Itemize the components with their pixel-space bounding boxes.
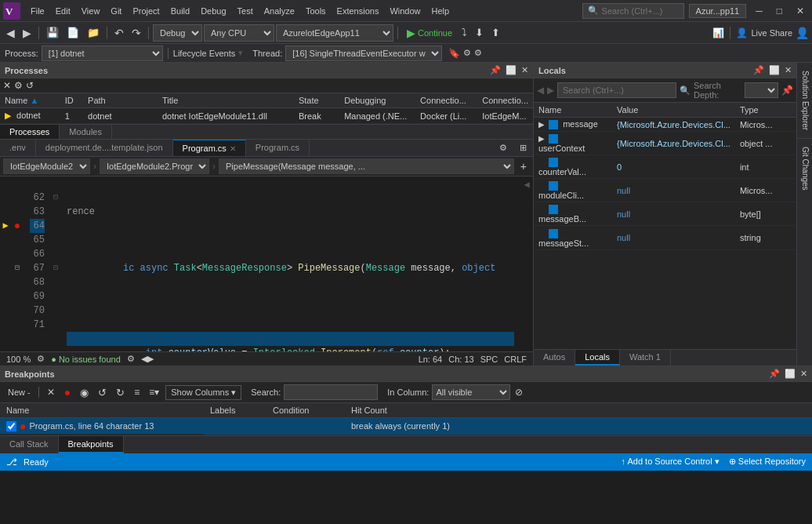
locals-pin-search-button[interactable]: 📌 bbox=[781, 85, 793, 96]
locals-row-usercontext[interactable]: ▶ userContext {Microsoft.Azure.Devices.C… bbox=[534, 132, 796, 155]
bp-pin-icon[interactable]: 📌 bbox=[769, 369, 780, 379]
class-dropdown[interactable]: IotEdgeModule2.Program bbox=[100, 158, 209, 174]
zoom-settings-icon[interactable]: ⚙ bbox=[37, 354, 45, 364]
tab-program-active[interactable]: Program.cs ✕ bbox=[173, 140, 246, 156]
bottom-tab-breakpoints[interactable]: Breakpoints bbox=[59, 436, 124, 453]
col-id-header[interactable]: ID bbox=[60, 93, 83, 108]
menu-view[interactable]: View bbox=[76, 3, 106, 19]
module-dropdown[interactable]: IotEdgeModule2 bbox=[3, 158, 90, 174]
select-repository-button[interactable]: ⊕ Select Repository bbox=[729, 457, 806, 467]
step-out-button[interactable]: ⬆ bbox=[488, 25, 503, 40]
live-share-label[interactable]: Live Share bbox=[751, 28, 792, 38]
close-button[interactable]: ✕ bbox=[792, 4, 809, 18]
bp-search-input[interactable] bbox=[284, 384, 378, 400]
open-button[interactable]: 📁 bbox=[84, 25, 103, 40]
build-settings-icon[interactable]: ⚙ bbox=[127, 354, 135, 364]
list-view-button[interactable]: ≡ bbox=[131, 385, 143, 399]
show-columns-button[interactable]: Show Columns ▾ bbox=[165, 385, 241, 400]
delete-bp-button[interactable]: ✕ bbox=[44, 385, 58, 399]
lifecycle-button[interactable]: Lifecycle Events bbox=[173, 49, 235, 58]
locals-row-messagest[interactable]: ▶ messageSt... null string bbox=[534, 226, 796, 249]
menu-analyze[interactable]: Analyze bbox=[259, 3, 300, 19]
delete-process-icon[interactable]: ✕ bbox=[3, 80, 11, 91]
bp-enabled-checkbox[interactable] bbox=[6, 421, 16, 431]
locals-row-modulecli[interactable]: ▶ moduleCli... null Micros... bbox=[534, 179, 796, 202]
disable-bp-button[interactable]: ◉ bbox=[77, 385, 92, 400]
menu-build[interactable]: Build bbox=[165, 3, 195, 19]
col-name-header[interactable]: Name ▲ bbox=[0, 93, 60, 108]
menu-tools[interactable]: Tools bbox=[300, 3, 332, 19]
azure-project-button[interactable]: Azur...pp11 bbox=[689, 4, 747, 18]
col-debugging-header[interactable]: Debugging bbox=[339, 93, 415, 108]
locals-row-messageb[interactable]: ▶ messageB... null byte[] bbox=[534, 202, 796, 226]
locals-close-icon[interactable]: ✕ bbox=[785, 65, 792, 75]
locals-row-counterval[interactable]: ▶ counterVal... 0 int bbox=[534, 155, 796, 179]
bp-float-icon[interactable]: ⬜ bbox=[785, 369, 796, 379]
step-fwd-button[interactable]: ↻ bbox=[113, 385, 128, 400]
expand-icon[interactable]: ▶ bbox=[538, 134, 545, 143]
minimize-button[interactable]: ─ bbox=[751, 4, 767, 18]
clear-filter-button[interactable]: ⊘ bbox=[513, 385, 524, 399]
tab-env[interactable]: .env bbox=[0, 140, 36, 156]
col-state-header[interactable]: State bbox=[294, 93, 339, 108]
menu-file[interactable]: File bbox=[25, 3, 50, 19]
col-conn1-header[interactable]: Connectio... bbox=[415, 93, 477, 108]
menu-help[interactable]: Help bbox=[426, 3, 455, 19]
tab-deployment[interactable]: deployment.de....template.json bbox=[36, 140, 173, 156]
code-content[interactable]: rence ic async Task<MessageResponse> Pip… bbox=[60, 176, 520, 351]
menu-extensions[interactable]: Extensions bbox=[332, 3, 385, 19]
method-dropdown[interactable]: PipeMessage(Message message, ... bbox=[219, 158, 514, 174]
debug-tab-watch1[interactable]: Watch 1 bbox=[620, 350, 671, 366]
add-watch-button[interactable]: + bbox=[517, 158, 530, 174]
locals-search-input[interactable] bbox=[557, 82, 676, 98]
debug-tab-locals[interactable]: Locals bbox=[575, 350, 620, 366]
menu-search-box[interactable]: 🔍 bbox=[582, 3, 684, 19]
refresh-icon[interactable]: ↺ bbox=[26, 80, 34, 91]
tab-program-2[interactable]: Program.cs bbox=[246, 140, 310, 156]
split-editor-button[interactable]: ⊞ bbox=[513, 140, 533, 156]
subtab-processes[interactable]: Processes bbox=[0, 125, 60, 139]
process-dropdown[interactable]: [1] dotnet bbox=[42, 45, 163, 61]
settings-icon[interactable]: ⚙ bbox=[14, 80, 23, 91]
diff-icon[interactable]: ◀▶ bbox=[141, 354, 154, 364]
float-icon[interactable]: ⬜ bbox=[506, 65, 517, 75]
editor-settings-button[interactable]: ⚙ bbox=[493, 140, 513, 156]
nav-back-button[interactable]: ◀ bbox=[3, 25, 18, 41]
continue-button[interactable]: ▶ Continue bbox=[402, 25, 457, 41]
col-conn2-header[interactable]: Connectio... bbox=[477, 93, 533, 108]
enable-bp-button[interactable]: ● bbox=[61, 384, 74, 400]
tab-close-icon[interactable]: ✕ bbox=[230, 144, 236, 153]
new-breakpoint-button[interactable]: New - bbox=[5, 386, 34, 398]
table-row[interactable]: ▶ dotnet 1 dotnet dotnet IotEdgeModule11… bbox=[0, 108, 533, 124]
step-back-button[interactable]: ↺ bbox=[95, 385, 110, 400]
menu-project[interactable]: Project bbox=[127, 3, 165, 19]
step-over-button[interactable]: ⤵ bbox=[459, 25, 470, 40]
col-path-header[interactable]: Path bbox=[83, 93, 158, 108]
step-into-button[interactable]: ⬇ bbox=[472, 25, 487, 40]
locals-pin-icon[interactable]: 📌 bbox=[753, 65, 764, 75]
pin-icon[interactable]: 📌 bbox=[490, 65, 501, 75]
project-dropdown[interactable]: AzurelotEdgeApp11 bbox=[276, 24, 393, 42]
debug-tab-autos[interactable]: Autos bbox=[534, 350, 575, 366]
side-tab-solution-explorer[interactable]: Solution Explorer bbox=[797, 63, 812, 139]
restore-button[interactable]: □ bbox=[772, 4, 787, 18]
in-column-dropdown[interactable]: All visible bbox=[432, 384, 510, 400]
breakpoint-column[interactable]: ● ⊟ bbox=[11, 176, 24, 351]
bottom-tab-callstack[interactable]: Call Stack bbox=[0, 436, 59, 453]
close-panel-icon[interactable]: ✕ bbox=[521, 65, 528, 75]
side-tab-git-changes[interactable]: Git Changes bbox=[797, 139, 812, 198]
add-button[interactable]: 📄 bbox=[63, 25, 82, 40]
thread-dropdown[interactable]: [16] SingleThreadEventExecutor wi... bbox=[285, 45, 442, 61]
subtab-modules[interactable]: Modules bbox=[60, 125, 112, 139]
locals-row-message[interactable]: ▶ message {Microsoft.Azure.Devices.Cl...… bbox=[534, 118, 796, 132]
menu-debug[interactable]: Debug bbox=[195, 3, 231, 19]
nav-forward-button[interactable]: ▶ bbox=[20, 25, 34, 41]
redo-button[interactable]: ↷ bbox=[129, 25, 144, 41]
save-button[interactable]: 💾 bbox=[43, 25, 62, 40]
bp-close-icon[interactable]: ✕ bbox=[800, 369, 807, 379]
locals-float-icon[interactable]: ⬜ bbox=[769, 65, 780, 75]
account-icon[interactable]: 👤 bbox=[796, 27, 809, 39]
locals-forward-button[interactable]: ▶ bbox=[547, 85, 554, 96]
list-options-button[interactable]: ≡▾ bbox=[146, 385, 162, 399]
menu-test[interactable]: Test bbox=[232, 3, 259, 19]
